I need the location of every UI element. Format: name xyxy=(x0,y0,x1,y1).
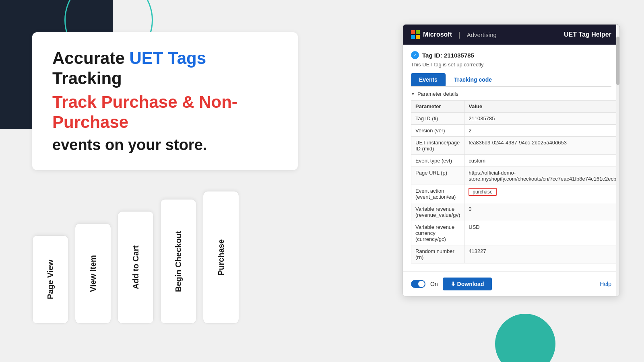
param-cell: Random number (rn) xyxy=(411,245,464,263)
value-cell: purchase xyxy=(464,185,620,203)
table-row: Variable revenue (revenue_value/gv)0 xyxy=(411,203,620,221)
check-icon: ✓ xyxy=(411,51,419,59)
uet-tag-helper-label: UET Tag Helper xyxy=(564,31,611,38)
value-cell: custom xyxy=(464,155,620,167)
ms-grid-icon xyxy=(411,30,420,39)
panel-tabs: Events Tracking code xyxy=(411,73,611,87)
tag-id: Tag ID: 211035785 xyxy=(422,52,474,59)
panel-body: ✓ Tag ID: 211035785 This UET tag is set … xyxy=(403,45,619,270)
value-cell: 211035785 xyxy=(464,113,620,125)
value-cell: 413227 xyxy=(464,245,620,263)
toggle-knob xyxy=(418,281,425,287)
table-row: Version (ver)2 xyxy=(411,125,620,137)
param-cell: Page URL (p) xyxy=(411,167,464,185)
param-cell: Event action (event_action/ea) xyxy=(411,185,464,203)
ms-red xyxy=(411,30,415,34)
table-row: Event type (evt)custom xyxy=(411,155,620,167)
value-cell: USD xyxy=(464,221,620,245)
tag-status: This UET tag is set up correctly. xyxy=(411,62,611,68)
microsoft-logo: Microsoft xyxy=(411,30,452,39)
hero-title: Accurate UET Tags Tracking xyxy=(52,48,278,89)
uet-panel: Microsoft | Advertising UET Tag Helper ✓… xyxy=(402,24,620,296)
scrollbar-thumb[interactable] xyxy=(616,37,619,85)
table-row: Page URL (p)https://official-demo-store.… xyxy=(411,167,620,185)
param-details-toggle[interactable]: Parameter details xyxy=(411,91,611,97)
event-card-add-to-cart: Add to Cart xyxy=(118,211,154,324)
value-cell: 2 xyxy=(464,125,620,137)
param-cell: Variable revenue currency (currency/gc) xyxy=(411,221,464,245)
param-cell: Tag ID (ti) xyxy=(411,113,464,125)
download-button[interactable]: ⬇ Download xyxy=(443,278,492,290)
ms-label: Microsoft xyxy=(423,31,452,38)
main-container: Accurate UET Tags Tracking Track Purchas… xyxy=(0,0,644,362)
table-row: Random number (rn)413227 xyxy=(411,245,620,263)
help-link[interactable]: Help xyxy=(600,281,611,287)
event-card-page-view: Page View xyxy=(32,235,68,324)
ms-green xyxy=(416,30,420,34)
ms-blue xyxy=(411,35,415,39)
purchase-badge: purchase xyxy=(469,188,496,196)
value-cell: https://official-demo-store.myshopify.co… xyxy=(464,167,620,185)
hero-line1-highlight: UET Tags xyxy=(129,49,206,68)
col-parameter: Parameter xyxy=(411,101,464,113)
param-cell: UET instance/page ID (mid) xyxy=(411,137,464,155)
scrollbar-track xyxy=(616,25,619,296)
panel-header: Microsoft | Advertising UET Tag Helper xyxy=(403,25,619,45)
hero-line1-normal: Accurate xyxy=(52,49,129,68)
toggle-label: On xyxy=(430,281,438,287)
value-cell: fea836d9-0244-4987-94cc-2b025a40d653 xyxy=(464,137,620,155)
table-row: Event action (event_action/ea)purchase xyxy=(411,185,620,203)
left-section: Accurate UET Tags Tracking Track Purchas… xyxy=(0,0,402,340)
tag-id-row: ✓ Tag ID: 211035785 xyxy=(411,51,611,59)
hero-line1-normal2: Tracking xyxy=(52,69,122,88)
table-row: UET instance/page ID (mid)fea836d9-0244-… xyxy=(411,137,620,155)
event-cards-row: Page View View Item Add to Cart Begin Ch… xyxy=(32,191,298,324)
ms-yellow xyxy=(416,35,420,39)
panel-footer: On ⬇ Download Help xyxy=(403,272,619,296)
advertising-label: Advertising xyxy=(467,31,497,38)
hero-line2: Track Purchase & Non-Purchase xyxy=(52,92,278,133)
param-cell: Event type (evt) xyxy=(411,155,464,167)
table-row: Tag ID (ti)211035785 xyxy=(411,113,620,125)
value-cell: 0 xyxy=(464,203,620,221)
param-cell: Version (ver) xyxy=(411,125,464,137)
event-card-purchase: Purchase xyxy=(203,191,239,324)
col-value: Value xyxy=(464,101,620,113)
event-card-begin-checkout: Begin Checkout xyxy=(160,199,196,324)
hero-box: Accurate UET Tags Tracking Track Purchas… xyxy=(32,32,298,170)
param-details-label: Parameter details xyxy=(417,91,458,97)
event-card-view-item: View Item xyxy=(75,223,111,324)
param-cell: Variable revenue (revenue_value/gv) xyxy=(411,203,464,221)
tab-events[interactable]: Events xyxy=(411,73,446,86)
hero-line3: events on your store. xyxy=(52,136,278,154)
tab-tracking-code[interactable]: Tracking code xyxy=(446,73,500,86)
header-separator: | xyxy=(458,31,460,39)
toggle-switch[interactable] xyxy=(411,280,425,288)
table-row: Variable revenue currency (currency/gc)U… xyxy=(411,221,620,245)
param-table: Parameter Value Tag ID (ti)211035785Vers… xyxy=(411,100,620,263)
